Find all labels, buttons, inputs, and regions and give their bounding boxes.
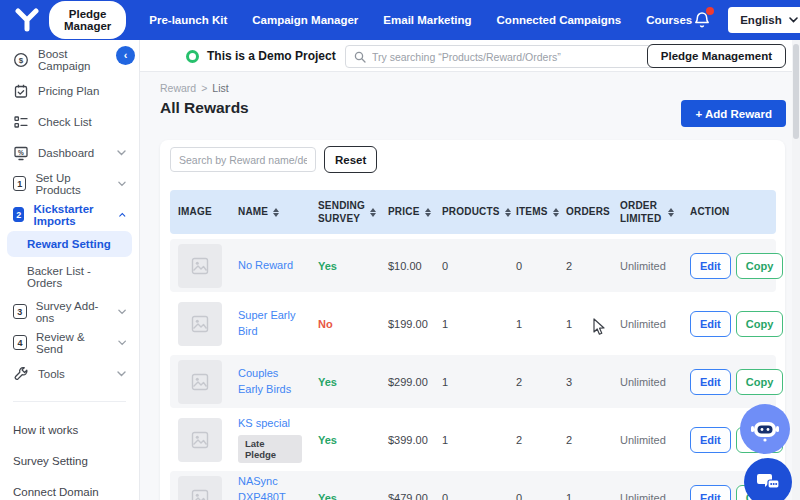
column-header-price[interactable]: PRICE (380, 205, 434, 219)
reward-name-link[interactable]: NASync DXP480T All-Flash (238, 474, 302, 500)
live-chat-fab[interactable] (744, 458, 792, 500)
reward-name-link[interactable]: Super Early Bird (238, 308, 302, 340)
table-body: No RewardYes$10.00002UnlimitedEditCopySu… (170, 239, 776, 500)
sidebar-link-connect-domain[interactable]: Connect Domain (0, 476, 139, 500)
calendar-icon (13, 83, 29, 99)
column-label: ORDER LIMITED (620, 199, 663, 226)
nav-item-campaign-manager[interactable]: Campaign Manager (252, 14, 358, 26)
reward-image-placeholder (178, 360, 222, 404)
step-2-icon: 2 (13, 207, 24, 222)
sort-icon[interactable] (273, 208, 279, 217)
sort-icon[interactable] (425, 208, 431, 217)
table-header: IMAGENAMESENDING SURVEYPRICEPRODUCTSITEM… (170, 190, 776, 234)
main-content: Reward>List All Rewards + Add Reward Res… (140, 72, 800, 500)
column-header-orders: ORDERS (558, 205, 612, 219)
column-header-items[interactable]: ITEMS (508, 205, 558, 219)
sidebar-item-label: Tools (38, 368, 65, 380)
chevron-down-icon (118, 181, 126, 187)
column-label: NAME (238, 205, 268, 219)
chevron-down-icon (118, 340, 126, 346)
reward-filter-input[interactable] (170, 147, 316, 172)
price-value: $299.00 (388, 376, 428, 388)
chatbot-fab[interactable] (740, 404, 790, 454)
add-reward-button[interactable]: + Add Reward (681, 100, 786, 127)
pledge-manager-pill[interactable]: Pledge Manager (49, 1, 126, 39)
column-label: SENDING SURVEY (318, 199, 365, 226)
edit-button[interactable]: Edit (690, 311, 731, 337)
sidebar-item-survey-add-ons[interactable]: 3Survey Add-ons (0, 296, 139, 327)
sidebar-item-label: Survey Add-ons (36, 300, 109, 324)
reward-name-link[interactable]: No Reward (238, 258, 302, 274)
sidebar-item-label: Dashboard (38, 147, 94, 159)
page-title: All Rewards (160, 99, 249, 117)
copy-button[interactable]: Copy (736, 369, 784, 395)
pledge-management-button[interactable]: Pledge Management (647, 44, 786, 68)
column-header-action: ACTION (682, 205, 776, 219)
late-pledge-badge: Late Pledge (238, 435, 302, 463)
search-icon (354, 51, 366, 63)
nav-item-connected-campaigns[interactable]: Connected Campaigns (497, 14, 622, 26)
chevron-up-icon (119, 212, 126, 218)
language-selector[interactable]: English (728, 7, 800, 33)
reset-button[interactable]: Reset (324, 146, 377, 173)
copy-button[interactable]: Copy (736, 253, 784, 279)
reward-row-couples-early-birds: Couples Early BirdsYes$299.00123Unlimite… (170, 355, 776, 408)
demo-project-label: This is a Demo Project (207, 49, 336, 63)
sending-survey-value: Yes (318, 376, 337, 388)
main-nav: Pre-launch KitCampaign ManagerEmail Mark… (149, 14, 692, 26)
items-count: 1 (516, 318, 522, 330)
sort-icon[interactable] (370, 208, 376, 217)
global-search-input[interactable] (372, 51, 656, 63)
orders-count: 1 (566, 318, 572, 330)
nav-item-courses[interactable]: Courses (646, 14, 692, 26)
reward-name-link[interactable]: KS special (238, 416, 302, 432)
sidebar-item-kickstarter-imports[interactable]: 2Kickstarter Imports (0, 199, 139, 230)
reward-name-link[interactable]: Couples Early Birds (238, 366, 302, 398)
sidebar-item-dashboard[interactable]: %Dashboard (0, 137, 139, 168)
column-label: IMAGE (178, 205, 212, 219)
robot-icon (749, 413, 781, 445)
sidebar-item-set-up-products[interactable]: 1Set Up Products (0, 168, 139, 199)
sidebar-link-how-it-works[interactable]: How it works (0, 414, 139, 445)
language-label: English (740, 14, 782, 26)
edit-button[interactable]: Edit (690, 253, 731, 279)
sidebar: $Boost CampaignPricing PlanCheck List%Da… (0, 40, 140, 500)
products-count: 1 (442, 434, 448, 446)
edit-button[interactable]: Edit (690, 485, 731, 500)
sidebar-item-check-list[interactable]: Check List (0, 106, 139, 137)
nav-item-pre-launch-kit[interactable]: Pre-launch Kit (149, 14, 227, 26)
chevron-down-icon (789, 17, 798, 23)
sidebar-item-pricing-plan[interactable]: Pricing Plan (0, 75, 139, 106)
chat-bubbles-icon (756, 470, 780, 494)
products-count: 0 (442, 492, 448, 500)
app-logo-icon (14, 8, 40, 32)
sidebar-item-label: Kickstarter Imports (33, 203, 110, 227)
page-scrollbar[interactable] (792, 40, 800, 500)
notifications-bell-icon[interactable] (692, 10, 712, 30)
column-header-products[interactable]: PRODUCTS (434, 205, 508, 219)
edit-button[interactable]: Edit (690, 369, 731, 395)
sort-icon[interactable] (668, 208, 674, 217)
sidebar-item-label: Set Up Products (35, 172, 109, 196)
price-value: $399.00 (388, 434, 428, 446)
step-1-icon: 1 (13, 176, 26, 191)
nav-item-email-marketing[interactable]: Email Marketing (383, 14, 471, 26)
dashboard-icon: % (13, 145, 29, 161)
sidebar-collapse-button[interactable]: ‹ (116, 46, 135, 65)
sidebar-subitem-backer-list-orders[interactable]: Backer List - Orders (0, 258, 139, 296)
reward-image-placeholder (178, 476, 222, 500)
sidebar-item-review-send[interactable]: 4Review & Send (0, 327, 139, 358)
scrollbar-thumb[interactable] (793, 44, 799, 139)
breadcrumb-reward[interactable]: Reward (160, 82, 196, 94)
breadcrumb: Reward>List (160, 82, 229, 94)
price-value: $199.00 (388, 318, 428, 330)
sidebar-link-survey-setting[interactable]: Survey Setting (0, 445, 139, 476)
sidebar-subitem-reward-setting[interactable]: Reward Setting (7, 231, 132, 257)
sidebar-item-tools[interactable]: Tools (0, 358, 139, 389)
edit-button[interactable]: Edit (690, 427, 731, 453)
sidebar-item-label: Review & Send (36, 331, 109, 355)
column-header-order-limited[interactable]: ORDER LIMITED (612, 199, 682, 226)
copy-button[interactable]: Copy (736, 311, 784, 337)
column-header-name[interactable]: NAME (230, 205, 310, 219)
column-header-sending-survey[interactable]: SENDING SURVEY (310, 199, 380, 226)
